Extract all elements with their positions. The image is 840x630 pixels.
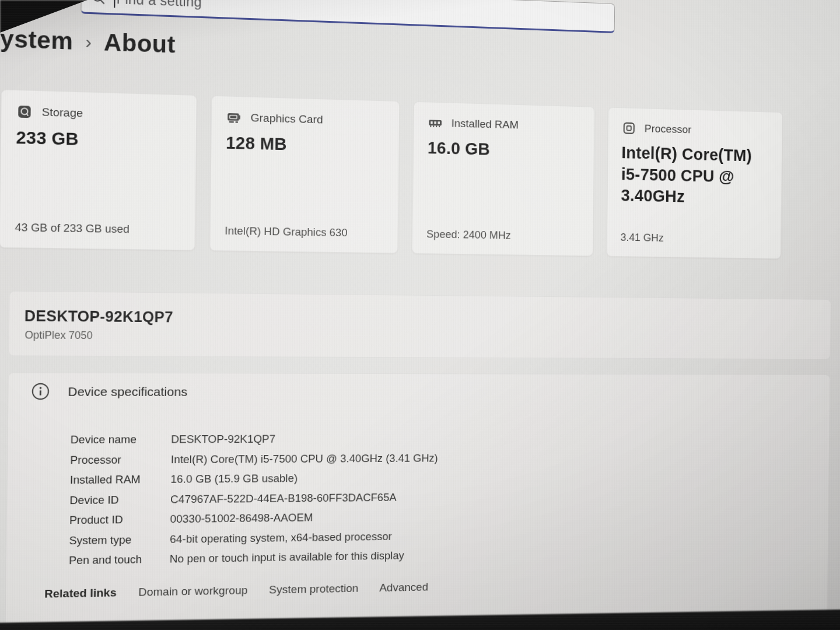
card-caption: 3.41 GHz	[621, 231, 664, 244]
info-icon	[31, 382, 50, 401]
card-caption: 43 GB of 233 GB used	[15, 221, 130, 236]
storage-icon	[16, 104, 33, 120]
link-domain-or-workgroup[interactable]: Domain or workgroup	[138, 584, 248, 599]
device-name-panel: DESKTOP-92K1QP7 OptiPlex 7050	[8, 291, 831, 360]
spec-table: Device nameDESKTOP-92K1QP7 ProcessorInte…	[69, 432, 438, 574]
card-caption: Speed: 2400 MHz	[426, 228, 511, 242]
spec-value: 16.0 GB (15.9 GB usable)	[170, 472, 298, 486]
spec-value: 00330-51002-86498-AAOEM	[170, 511, 313, 526]
processor-card: Processor Intel(R) Core(TM) i5-7500 CPU …	[607, 107, 783, 259]
spec-row: Device nameDESKTOP-92K1QP7	[70, 432, 438, 453]
spec-value: Intel(R) Core(TM) i5-7500 CPU @ 3.40GHz …	[171, 452, 438, 466]
card-value: 16.0 GB	[428, 137, 581, 163]
ram-icon	[428, 115, 443, 131]
spec-label: Processor	[70, 453, 171, 467]
search-placeholder: Find a setting	[116, 0, 202, 10]
breadcrumb: System › About	[0, 24, 176, 58]
device-name: DESKTOP-92K1QP7	[24, 307, 173, 326]
search-icon	[91, 0, 106, 6]
device-model: OptiPlex 7050	[24, 329, 93, 342]
card-caption: Intel(R) HD Graphics 630	[225, 225, 348, 240]
spec-value: DESKTOP-92K1QP7	[171, 433, 275, 446]
related-links-title: Related links	[44, 586, 117, 601]
card-title: Installed RAM	[452, 117, 519, 132]
breadcrumb-system[interactable]: System	[0, 24, 74, 55]
card-value: Intel(R) Core(TM) i5-7500 CPU @ 3.40GHz	[621, 142, 769, 209]
storage-card: Storage 233 GB 43 GB of 233 GB used	[0, 89, 197, 250]
processor-icon	[622, 121, 636, 136]
device-specifications-header[interactable]: Device specifications	[31, 382, 188, 401]
card-title: Storage	[42, 106, 83, 120]
text-cursor	[114, 0, 115, 8]
card-title: Graphics Card	[250, 111, 323, 127]
graphics-card-card: Graphics Card 128 MB Intel(R) HD Graphic…	[209, 96, 400, 254]
settings-window: Find a setting System › About Storage 23…	[0, 0, 840, 630]
spec-value: No pen or touch input is available for t…	[170, 549, 404, 565]
card-value: 233 GB	[16, 127, 181, 153]
search-input[interactable]: Find a setting	[80, 0, 615, 33]
installed-ram-card: Installed RAM 16.0 GB Speed: 2400 MHz	[412, 102, 595, 256]
spec-label: System type	[69, 533, 170, 547]
spec-label: Device name	[71, 433, 172, 446]
spec-value: 64-bit operating system, x64-based proce…	[170, 530, 392, 545]
gpu-icon	[226, 110, 242, 125]
card-title: Processor	[645, 123, 692, 136]
breadcrumb-about: About	[104, 29, 176, 58]
device-specifications-title: Device specifications	[68, 384, 187, 399]
link-system-protection[interactable]: System protection	[269, 582, 358, 597]
spec-row: ProcessorIntel(R) Core(TM) i5-7500 CPU @…	[70, 452, 438, 474]
link-advanced[interactable]: Advanced	[379, 580, 428, 594]
card-value: 128 MB	[226, 132, 385, 158]
spec-label: Installed RAM	[70, 473, 171, 487]
spec-row: Installed RAM16.0 GB (15.9 GB usable)	[70, 471, 438, 494]
spec-value: C47967AF-522D-44EA-B198-60FF3DACF65A	[170, 491, 397, 506]
spec-label: Product ID	[69, 513, 170, 527]
spec-label: Pen and touch	[69, 552, 170, 567]
chevron-right-icon: ›	[85, 32, 92, 52]
spec-label: Device ID	[69, 493, 170, 507]
